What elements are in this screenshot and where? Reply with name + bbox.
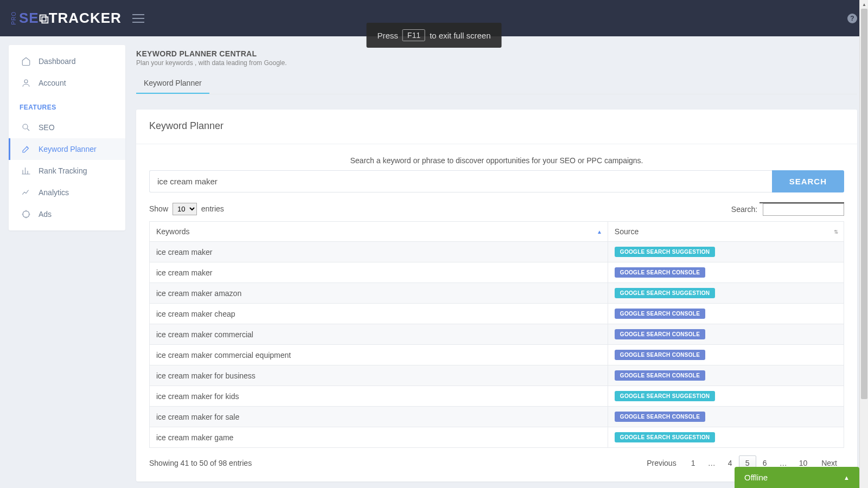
sidebar-item-seo[interactable]: SEO bbox=[9, 117, 125, 138]
cell-keyword: ice cream maker bbox=[150, 262, 608, 283]
fullscreen-rest: to exit full screen bbox=[430, 31, 491, 40]
card: Keyword Planner Search a keyword or phra… bbox=[136, 110, 857, 481]
sidebar-item-label: Dashboard bbox=[39, 57, 76, 66]
col-source[interactable]: Source⇅ bbox=[608, 222, 844, 242]
edit-icon bbox=[21, 144, 31, 154]
entries-select[interactable]: 10 bbox=[173, 203, 197, 215]
logo-se: SE bbox=[19, 10, 39, 26]
logo-pro: PRO bbox=[11, 11, 17, 25]
source-badge: GOOGLE SEARCH CONSOLE bbox=[615, 350, 705, 360]
table-row[interactable]: ice cream makerGOOGLE SEARCH CONSOLE bbox=[150, 262, 844, 283]
sidebar-item-rank-tracking[interactable]: Rank Tracking bbox=[9, 160, 125, 182]
user-icon bbox=[21, 78, 31, 88]
search-button[interactable]: SEARCH bbox=[772, 170, 844, 192]
cell-keyword: ice cream maker for business bbox=[150, 365, 608, 386]
cell-source: GOOGLE SEARCH CONSOLE bbox=[608, 345, 844, 365]
cell-keyword: ice cream maker amazon bbox=[150, 283, 608, 304]
sidebar: Dashboard Account FEATURES SEO Keyword P… bbox=[9, 45, 125, 230]
source-badge: GOOGLE SEARCH SUGGESTION bbox=[615, 432, 716, 442]
cell-keyword: ice cream maker game bbox=[150, 427, 608, 448]
sidebar-item-keyword-planner[interactable]: Keyword Planner bbox=[9, 138, 125, 160]
page-ellipsis: … bbox=[702, 455, 722, 471]
page-1[interactable]: 1 bbox=[685, 455, 702, 471]
source-badge: GOOGLE SEARCH CONSOLE bbox=[615, 412, 705, 422]
cell-source: GOOGLE SEARCH SUGGESTION bbox=[608, 242, 844, 262]
table-row[interactable]: ice cream maker for businessGOOGLE SEARC… bbox=[150, 365, 844, 386]
svg-point-2 bbox=[24, 80, 28, 83]
chat-widget[interactable]: Offline ▲ bbox=[735, 467, 859, 488]
sidebar-item-analytics[interactable]: Analytics bbox=[9, 182, 125, 203]
source-badge: GOOGLE SEARCH CONSOLE bbox=[615, 267, 705, 278]
keyword-search-input[interactable] bbox=[149, 170, 772, 192]
cell-source: GOOGLE SEARCH CONSOLE bbox=[608, 304, 844, 324]
tabs: Keyword Planner bbox=[136, 73, 857, 94]
source-badge: GOOGLE SEARCH CONSOLE bbox=[615, 370, 705, 381]
logo-tracker: TRACKER bbox=[49, 10, 122, 26]
table-row[interactable]: ice cream maker commercial equipmentGOOG… bbox=[150, 345, 844, 365]
chevron-up-icon: ▲ bbox=[844, 474, 850, 481]
main: KEYWORD PLANNER CENTRAL Plan your keywor… bbox=[125, 36, 868, 488]
source-badge: GOOGLE SEARCH SUGGESTION bbox=[615, 391, 716, 401]
menu-toggle[interactable] bbox=[132, 11, 144, 25]
col-keywords[interactable]: Keywords▲ bbox=[150, 222, 608, 242]
scrollbar[interactable]: ▲ bbox=[859, 0, 868, 488]
cell-source: GOOGLE SEARCH SUGGESTION bbox=[608, 427, 844, 448]
source-badge: GOOGLE SEARCH CONSOLE bbox=[615, 309, 705, 319]
search-help: Search a keyword or phrase to discover o… bbox=[149, 156, 844, 165]
table-row[interactable]: ice cream maker amazonGOOGLE SEARCH SUGG… bbox=[150, 283, 844, 304]
source-badge: GOOGLE SEARCH SUGGESTION bbox=[615, 288, 716, 298]
page-header: KEYWORD PLANNER CENTRAL Plan your keywor… bbox=[136, 49, 857, 67]
help-icon[interactable]: ? bbox=[847, 14, 857, 23]
cell-keyword: ice cream maker bbox=[150, 242, 608, 262]
divider bbox=[136, 144, 857, 144]
card-title: Keyword Planner bbox=[149, 120, 844, 132]
cell-keyword: ice cream maker for kids bbox=[150, 386, 608, 407]
home-icon bbox=[21, 56, 31, 66]
svg-point-3 bbox=[23, 124, 28, 129]
sidebar-section-features: FEATURES bbox=[9, 94, 125, 117]
source-badge: GOOGLE SEARCH CONSOLE bbox=[615, 329, 705, 339]
cell-source: GOOGLE SEARCH CONSOLE bbox=[608, 262, 844, 283]
sidebar-item-label: Account bbox=[39, 79, 66, 87]
sidebar-item-label: Rank Tracking bbox=[39, 166, 87, 175]
page-subtitle: Plan your keywords , with data leading f… bbox=[136, 59, 857, 67]
table-row[interactable]: ice cream makerGOOGLE SEARCH SUGGESTION bbox=[150, 242, 844, 262]
cell-keyword: ice cream maker commercial equipment bbox=[150, 345, 608, 365]
table-row[interactable]: ice cream maker commercialGOOGLE SEARCH … bbox=[150, 324, 844, 345]
svg-rect-1 bbox=[42, 17, 48, 23]
sidebar-item-account[interactable]: Account bbox=[9, 72, 125, 94]
table-row[interactable]: ice cream maker for saleGOOGLE SEARCH CO… bbox=[150, 407, 844, 427]
table-info: Showing 41 to 50 of 98 entries bbox=[149, 459, 252, 467]
logo[interactable]: PRO SETRACKER bbox=[11, 10, 122, 27]
table-search-input[interactable] bbox=[763, 203, 844, 216]
cell-keyword: ice cream maker for sale bbox=[150, 407, 608, 427]
bar-chart-icon bbox=[21, 166, 31, 176]
sidebar-item-dashboard[interactable]: Dashboard bbox=[9, 50, 125, 72]
tab-keyword-planner[interactable]: Keyword Planner bbox=[136, 73, 209, 94]
scrollbar-up-icon[interactable]: ▲ bbox=[860, 0, 868, 9]
table-row[interactable]: ice cream maker for kidsGOOGLE SEARCH SU… bbox=[150, 386, 844, 407]
cell-source: GOOGLE SEARCH SUGGESTION bbox=[608, 283, 844, 304]
search-icon bbox=[21, 123, 31, 132]
cell-keyword: ice cream maker cheap bbox=[150, 304, 608, 324]
sidebar-item-label: SEO bbox=[39, 123, 55, 132]
page-title: KEYWORD PLANNER CENTRAL bbox=[136, 49, 857, 58]
line-chart-icon bbox=[21, 188, 31, 197]
table-row[interactable]: ice cream maker cheapGOOGLE SEARCH CONSO… bbox=[150, 304, 844, 324]
cell-keyword: ice cream maker commercial bbox=[150, 324, 608, 345]
sidebar-item-label: Analytics bbox=[39, 188, 69, 197]
table-row[interactable]: ice cream maker gameGOOGLE SEARCH SUGGES… bbox=[150, 427, 844, 448]
sidebar-item-ads[interactable]: Ads bbox=[9, 203, 125, 225]
cell-source: GOOGLE SEARCH CONSOLE bbox=[608, 407, 844, 427]
scrollbar-thumb[interactable] bbox=[861, 9, 867, 399]
svg-rect-0 bbox=[40, 15, 46, 21]
cell-source: GOOGLE SEARCH CONSOLE bbox=[608, 365, 844, 386]
page-previous[interactable]: Previous bbox=[640, 455, 683, 471]
logo-icon bbox=[38, 13, 50, 25]
cell-source: GOOGLE SEARCH CONSOLE bbox=[608, 324, 844, 345]
fullscreen-banner: Press F11 to exit full screen bbox=[366, 23, 501, 48]
sidebar-item-label: Keyword Planner bbox=[39, 145, 97, 153]
fullscreen-press: Press bbox=[377, 31, 398, 40]
target-icon bbox=[21, 209, 31, 219]
fullscreen-key: F11 bbox=[403, 29, 425, 41]
